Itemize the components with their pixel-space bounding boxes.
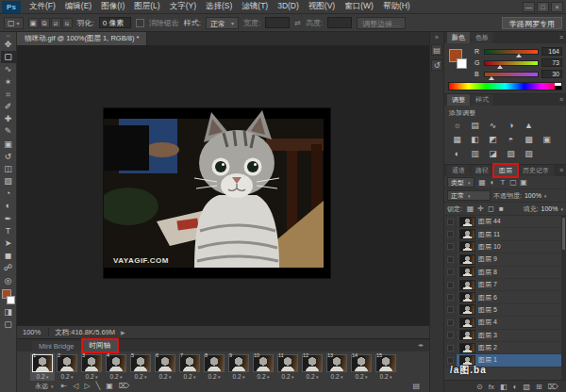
- adjustment-icon[interactable]: ▥: [466, 147, 484, 161]
- dock-panel-icon[interactable]: ↺: [431, 59, 442, 71]
- layer-name[interactable]: 图层 44: [478, 217, 501, 226]
- layer-name[interactable]: 图层 6: [478, 293, 497, 302]
- layers-bottom-icon[interactable]: ⊞: [536, 383, 542, 391]
- intersect-selection-icon[interactable]: ⧅: [62, 18, 73, 28]
- new-selection-icon[interactable]: ▣: [28, 18, 39, 28]
- layer-visibility-toggle[interactable]: [444, 304, 457, 316]
- layers-bottom-icon[interactable]: ▧: [523, 383, 530, 391]
- frame-delay[interactable]: 0.2 ▾: [135, 373, 147, 380]
- frame-delay[interactable]: 0.2 ▾: [184, 373, 196, 380]
- animation-frame[interactable]: 12 0.2 ▾: [300, 353, 325, 381]
- lock-icon[interactable]: ▦: [465, 204, 475, 213]
- layer-visibility-toggle[interactable]: [444, 279, 457, 290]
- layer-name[interactable]: 图层 3: [478, 331, 497, 340]
- background-color-swatch[interactable]: [7, 296, 15, 304]
- layer-visibility-toggle[interactable]: [444, 291, 457, 302]
- width-input[interactable]: [265, 17, 290, 28]
- loop-options-select[interactable]: 永远 ▾: [32, 382, 57, 391]
- timeline-control-icon[interactable]: ⌦: [119, 382, 129, 391]
- layer-visibility-toggle[interactable]: [444, 228, 457, 239]
- timeline-tab[interactable]: 时间轴: [83, 340, 118, 351]
- layer-thumbnail[interactable]: [459, 330, 475, 340]
- tool-button[interactable]: ◼: [1, 250, 16, 262]
- layer-name[interactable]: 图层 2: [478, 343, 497, 352]
- workspace-switcher-button[interactable]: 学路网罗专用: [502, 17, 562, 29]
- panel-tab[interactable]: 调整: [447, 94, 470, 106]
- layers-bottom-icon[interactable]: fx: [489, 383, 494, 391]
- channel-value[interactable]: 164: [541, 47, 562, 56]
- layer-row[interactable]: 图层 8: [444, 267, 566, 279]
- frame-delay[interactable]: 0.2 ▾: [159, 373, 172, 380]
- adjustment-icon[interactable]: ▲: [520, 119, 538, 133]
- layer-thumbnail[interactable]: [459, 318, 475, 328]
- black-chip[interactable]: [555, 86, 561, 90]
- animation-frame[interactable]: 4 0.2 ▾: [104, 353, 128, 381]
- panel-tab[interactable]: 历史记录: [518, 165, 554, 176]
- layer-filter-icon[interactable]: ▦: [477, 178, 488, 187]
- timeline-tab[interactable]: Mini Bridge: [32, 341, 81, 351]
- tool-button[interactable]: ⌗: [1, 89, 16, 101]
- lock-icon[interactable]: ◻: [486, 204, 496, 213]
- animation-frame[interactable]: 5 0.2 ▾: [128, 353, 153, 381]
- tool-button[interactable]: ➤: [1, 237, 16, 250]
- tool-button[interactable]: ↺: [1, 151, 16, 163]
- animation-frame[interactable]: 6 0.2 ▾: [153, 353, 177, 381]
- window-button[interactable]: □: [537, 2, 549, 12]
- tool-button[interactable]: ▨: [1, 175, 16, 188]
- adjustment-icon[interactable]: ◩: [484, 133, 502, 147]
- animation-frame[interactable]: 2 0.2 ▾: [55, 353, 79, 381]
- filter-type-select[interactable]: 类型 ▾: [447, 177, 474, 188]
- menu-item[interactable]: 文件(F): [25, 0, 60, 13]
- zoom-level-field[interactable]: 100%: [23, 328, 49, 336]
- background-color-swatch[interactable]: [457, 58, 467, 69]
- slider-thumb[interactable]: [497, 65, 503, 69]
- slider-thumb[interactable]: [489, 76, 494, 80]
- tool-button[interactable]: ✐: [1, 101, 16, 113]
- panel-tab[interactable]: 图层: [494, 165, 517, 176]
- quick-mask-icon[interactable]: ◨: [1, 306, 16, 318]
- menu-item[interactable]: 图层(L): [129, 0, 164, 13]
- panel-tab[interactable]: 通道: [447, 165, 470, 176]
- layer-thumbnail[interactable]: [459, 217, 475, 227]
- layer-thumbnail[interactable]: [459, 267, 475, 277]
- layer-visibility-toggle[interactable]: [444, 342, 457, 353]
- frame-delay[interactable]: 0.2 ▾: [331, 373, 343, 380]
- layer-row[interactable]: 图层 3: [444, 330, 566, 342]
- adjustment-icon[interactable]: ∿: [484, 119, 502, 133]
- tool-preset-picker[interactable]: ▢ ▾: [4, 17, 24, 29]
- layer-visibility-toggle[interactable]: [444, 267, 457, 278]
- menu-item[interactable]: 窗口(W): [340, 0, 378, 13]
- layer-row[interactable]: 图层 10: [444, 241, 566, 253]
- adjustment-icon[interactable]: ▨: [502, 147, 520, 161]
- tool-button[interactable]: ✥: [1, 39, 16, 51]
- layer-thumbnail[interactable]: [459, 304, 475, 315]
- layers-scrollbar[interactable]: [561, 216, 566, 380]
- tool-button[interactable]: ∿: [1, 63, 16, 75]
- layer-thumbnail[interactable]: [459, 229, 475, 239]
- panel-tab[interactable]: 路径: [471, 165, 493, 176]
- layer-name[interactable]: 图层 11: [478, 230, 500, 239]
- canvas[interactable]: VAYAGIF.COM: [17, 45, 429, 325]
- layers-bottom-icon[interactable]: ⌦: [548, 383, 558, 391]
- layers-bottom-icon[interactable]: ◐: [513, 383, 518, 391]
- frame-delay[interactable]: 0.2 ▾: [86, 373, 98, 380]
- frame-delay[interactable]: 0.2 ▾: [282, 373, 294, 380]
- menu-item[interactable]: 视图(V): [304, 0, 340, 13]
- tool-button[interactable]: ◔: [1, 188, 16, 200]
- tool-button[interactable]: ✚: [1, 113, 16, 125]
- tool-button[interactable]: ◫: [1, 163, 16, 175]
- menu-item[interactable]: 3D(D): [273, 0, 304, 13]
- antialias-checkbox[interactable]: [136, 19, 144, 27]
- tool-button[interactable]: ◎: [1, 275, 16, 287]
- menu-item[interactable]: 帮助(H): [378, 0, 415, 13]
- adjustment-icon[interactable]: ◪: [484, 147, 502, 161]
- animation-frame[interactable]: 10 0.2 ▾: [251, 353, 275, 381]
- layer-name[interactable]: 图层 10: [478, 242, 501, 252]
- tool-button[interactable]: ✎: [1, 125, 16, 138]
- adjustment-icon[interactable]: ▣: [538, 133, 556, 147]
- subtract-selection-icon[interactable]: ⧄: [51, 18, 61, 28]
- layer-filter-icon[interactable]: ▢: [508, 178, 519, 187]
- tool-button[interactable]: ▢: [1, 51, 16, 63]
- panel-tab[interactable]: 色板: [471, 32, 493, 43]
- layers-bottom-icon[interactable]: ⊙: [476, 383, 483, 391]
